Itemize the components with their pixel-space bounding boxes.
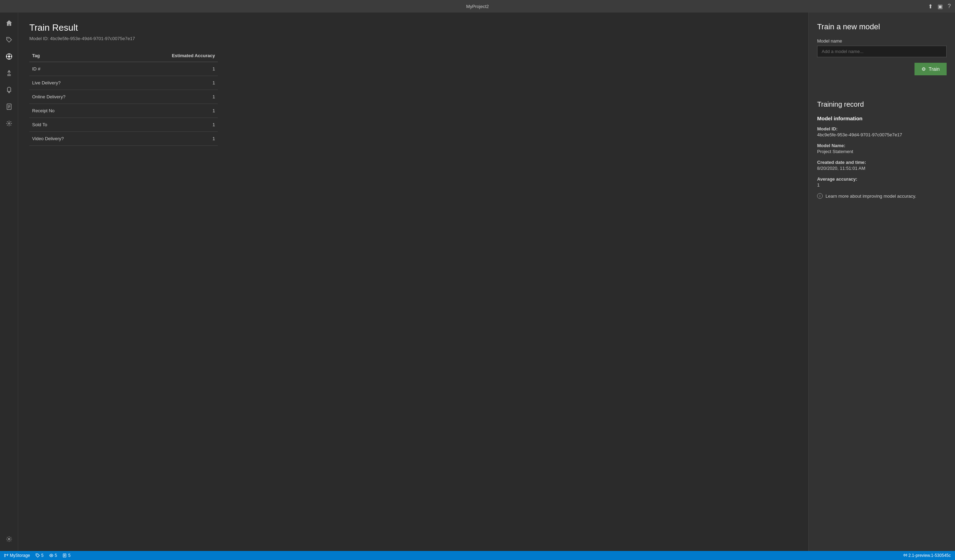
layout-icon[interactable]: ▣ bbox=[938, 3, 943, 10]
status-storage: MyStorage bbox=[4, 553, 30, 558]
svg-point-5 bbox=[6, 56, 7, 57]
svg-point-12 bbox=[8, 538, 10, 540]
eye-count: 5 bbox=[55, 553, 57, 558]
top-bar: MyProject2 ⬆ ▣ ? bbox=[0, 0, 955, 12]
table-cell-tag: Sold To bbox=[29, 118, 113, 132]
results-table: Tag Estimated Accuracy ID # 1 Live Deliv… bbox=[29, 50, 218, 146]
svg-point-3 bbox=[8, 54, 9, 55]
eye-icon bbox=[49, 554, 53, 558]
table-cell-tag: Online Delivery? bbox=[29, 90, 113, 104]
model-name-label: Model name bbox=[817, 38, 947, 44]
table-cell-accuracy: 1 bbox=[113, 104, 218, 118]
table-cell-tag: Receipt No bbox=[29, 104, 113, 118]
version-icon bbox=[903, 554, 907, 558]
sidebar-item-home[interactable] bbox=[2, 16, 17, 31]
main-panel: Train Result Model ID: 4bc9e5fe-953e-49d… bbox=[18, 12, 808, 551]
table-cell-accuracy: 1 bbox=[113, 132, 218, 146]
branch-icon bbox=[4, 554, 8, 558]
share-icon[interactable]: ⬆ bbox=[928, 3, 933, 10]
table-row: Video Delivery? 1 bbox=[29, 132, 218, 146]
table-row: Online Delivery? 1 bbox=[29, 90, 218, 104]
info-circle-icon: i bbox=[817, 193, 823, 199]
learn-more-text: Learn more about improving model accurac… bbox=[825, 193, 916, 199]
train-btn-container: ⚙ Train bbox=[817, 63, 947, 86]
info-model-id-value: 4bc9e5fe-953e-49d4-9701-97c0075e7e17 bbox=[817, 132, 947, 137]
info-model-name-label: Model Name: bbox=[817, 143, 947, 148]
main-layout: Train Result Model ID: 4bc9e5fe-953e-49d… bbox=[0, 12, 955, 551]
sidebar-item-settings[interactable] bbox=[2, 531, 17, 547]
train-button-label: Train bbox=[929, 66, 939, 72]
app-title: MyProject2 bbox=[466, 4, 488, 9]
svg-point-11 bbox=[8, 123, 10, 124]
info-model-id-label: Model ID: bbox=[817, 126, 947, 131]
sidebar-item-tag[interactable] bbox=[2, 32, 17, 47]
train-button[interactable]: ⚙ Train bbox=[914, 63, 947, 75]
status-eye: 5 bbox=[49, 553, 57, 558]
top-bar-actions: ⬆ ▣ ? bbox=[928, 3, 951, 10]
table-row: Sold To 1 bbox=[29, 118, 218, 132]
storage-name: MyStorage bbox=[10, 553, 30, 558]
status-tags: 5 bbox=[36, 553, 44, 558]
train-icon: ⚙ bbox=[922, 66, 926, 72]
svg-point-4 bbox=[8, 58, 9, 59]
col-header-tag: Tag bbox=[29, 50, 113, 62]
table-cell-tag: Video Delivery? bbox=[29, 132, 113, 146]
info-created-value: 8/20/2020, 11:51:01 AM bbox=[817, 165, 947, 171]
info-model-name-value: Project Statement bbox=[817, 149, 947, 154]
sidebar-item-tools[interactable] bbox=[2, 116, 17, 131]
svg-point-14 bbox=[51, 555, 52, 556]
svg-point-0 bbox=[7, 38, 8, 39]
status-bar: MyStorage 5 5 5 2.1-preview.1-530545c bbox=[0, 551, 955, 560]
table-row: Live Delivery? 1 bbox=[29, 76, 218, 90]
info-avg-accuracy: Average accuracy: 1 bbox=[817, 176, 947, 187]
svg-point-13 bbox=[37, 554, 38, 555]
svg-point-6 bbox=[11, 56, 11, 57]
model-id-subtitle: Model ID: 4bc9e5fe-953e-49d4-9701-97c007… bbox=[29, 36, 797, 41]
table-cell-accuracy: 1 bbox=[113, 90, 218, 104]
doc-count: 5 bbox=[68, 553, 70, 558]
training-record-section: Training record Model information Model … bbox=[817, 100, 947, 199]
tag-count-icon bbox=[36, 554, 40, 558]
right-panel: Train a new model Model name ⚙ Train Tra… bbox=[808, 12, 955, 551]
version-text: 2.1-preview.1-530545c bbox=[909, 553, 951, 558]
info-model-id: Model ID: 4bc9e5fe-953e-49d4-9701-97c007… bbox=[817, 126, 947, 137]
sidebar-item-train[interactable] bbox=[2, 49, 17, 64]
tag-count: 5 bbox=[41, 553, 44, 558]
learn-more-link[interactable]: i Learn more about improving model accur… bbox=[817, 193, 947, 199]
sidebar bbox=[0, 12, 18, 551]
table-cell-tag: ID # bbox=[29, 62, 113, 76]
sidebar-item-tips[interactable] bbox=[2, 82, 17, 98]
new-model-title: Train a new model bbox=[817, 22, 947, 31]
info-created-label: Created date and time: bbox=[817, 160, 947, 165]
col-header-accuracy: Estimated Accuracy bbox=[113, 50, 218, 62]
table-row: ID # 1 bbox=[29, 62, 218, 76]
status-version: 2.1-preview.1-530545c bbox=[903, 553, 951, 558]
table-row: Receipt No 1 bbox=[29, 104, 218, 118]
sidebar-bottom bbox=[2, 531, 17, 551]
doc-icon bbox=[63, 554, 67, 558]
help-icon[interactable]: ? bbox=[948, 3, 951, 9]
model-name-input[interactable] bbox=[817, 46, 947, 57]
table-cell-accuracy: 1 bbox=[113, 118, 218, 132]
info-avg-accuracy-value: 1 bbox=[817, 183, 947, 187]
sidebar-item-document[interactable] bbox=[2, 99, 17, 114]
content-area: Train Result Model ID: 4bc9e5fe-953e-49d… bbox=[18, 12, 955, 551]
table-cell-tag: Live Delivery? bbox=[29, 76, 113, 90]
sidebar-item-predict[interactable] bbox=[2, 66, 17, 81]
info-model-name: Model Name: Project Statement bbox=[817, 143, 947, 154]
status-docs: 5 bbox=[63, 553, 70, 558]
svg-point-2 bbox=[8, 55, 10, 58]
page-title: Train Result bbox=[29, 22, 797, 33]
training-record-title: Training record bbox=[817, 100, 947, 108]
info-created: Created date and time: 8/20/2020, 11:51:… bbox=[817, 160, 947, 171]
table-cell-accuracy: 1 bbox=[113, 62, 218, 76]
table-cell-accuracy: 1 bbox=[113, 76, 218, 90]
model-info-title: Model information bbox=[817, 115, 947, 121]
info-avg-accuracy-label: Average accuracy: bbox=[817, 176, 947, 182]
